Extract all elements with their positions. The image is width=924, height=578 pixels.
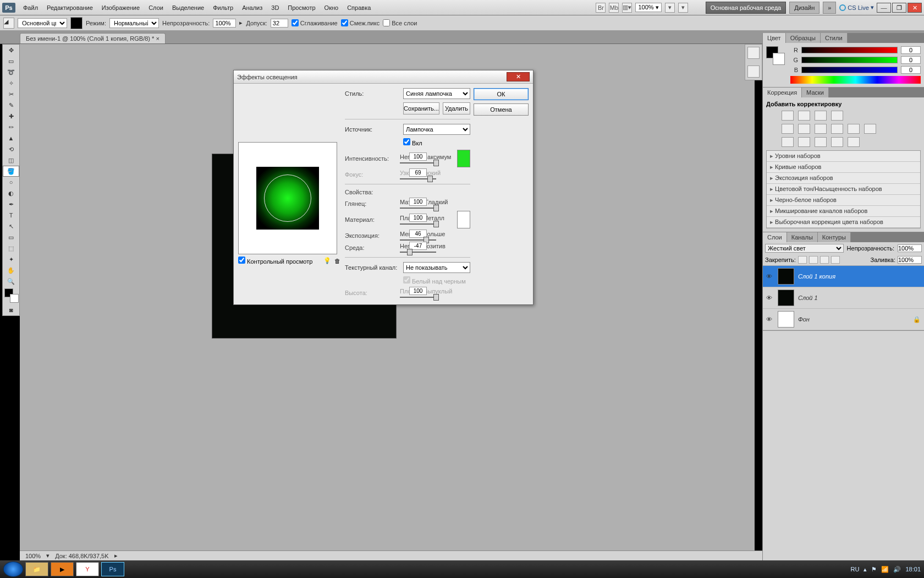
spectrum-bar[interactable] bbox=[790, 76, 921, 84]
blend-mode-select[interactable]: Жесткий свет bbox=[765, 244, 844, 253]
tab-swatches[interactable]: Образцы bbox=[786, 33, 821, 43]
start-button[interactable] bbox=[3, 561, 23, 577]
on-checkbox[interactable] bbox=[403, 138, 410, 145]
tab-paths[interactable]: Контуры bbox=[818, 232, 851, 242]
tab-masks[interactable]: Маски bbox=[802, 88, 829, 97]
workspace-more[interactable]: » bbox=[823, 2, 836, 14]
adj-icon[interactable] bbox=[831, 124, 843, 134]
mini-icon-1[interactable] bbox=[747, 47, 760, 59]
adj-icon[interactable] bbox=[848, 124, 860, 134]
focus-input[interactable] bbox=[409, 168, 427, 177]
g-input[interactable] bbox=[901, 56, 921, 64]
visibility-icon[interactable]: 👁 bbox=[766, 295, 774, 301]
tab-layers[interactable]: Слои bbox=[763, 232, 787, 242]
dialog-close-button[interactable]: ✕ bbox=[507, 72, 530, 81]
shape-tool[interactable]: ▭ bbox=[3, 232, 19, 243]
lasso-tool[interactable]: ➰ bbox=[3, 67, 19, 78]
style-select[interactable]: Синяя лампочка bbox=[403, 88, 470, 99]
preset-item[interactable]: Экспозиция наборов bbox=[767, 173, 920, 184]
foreground-background-colors[interactable] bbox=[4, 288, 19, 303]
delete-light-icon[interactable]: 🗑 bbox=[334, 258, 340, 264]
tray-network-icon[interactable]: 📶 bbox=[881, 566, 889, 573]
tab-correction[interactable]: Коррекция bbox=[763, 88, 802, 97]
bridge-icon[interactable]: Br bbox=[596, 3, 606, 13]
adj-icon[interactable] bbox=[798, 124, 810, 134]
adj-icon[interactable] bbox=[798, 137, 810, 147]
lock-trans-icon[interactable] bbox=[798, 256, 807, 264]
tool-preset-icon[interactable]: ◢ bbox=[3, 18, 14, 29]
menu-select[interactable]: Выделение bbox=[168, 4, 208, 11]
menu-analysis[interactable]: Анализ bbox=[238, 4, 267, 11]
texchan-select[interactable]: Не показывать bbox=[403, 262, 470, 273]
tolerance-input[interactable] bbox=[271, 19, 288, 28]
wand-tool[interactable]: ✧ bbox=[3, 78, 19, 89]
lock-pixels-icon[interactable] bbox=[809, 256, 818, 264]
b-slider[interactable] bbox=[801, 67, 898, 73]
material-slider[interactable] bbox=[400, 223, 436, 225]
visibility-icon[interactable]: 👁 bbox=[766, 273, 774, 280]
tab-channels[interactable]: Каналы bbox=[787, 232, 818, 242]
preview-checkbox[interactable] bbox=[238, 257, 245, 264]
minimize-button[interactable]: — bbox=[877, 3, 891, 13]
bucket-tool[interactable]: 🪣 bbox=[3, 166, 19, 177]
adj-icon[interactable] bbox=[831, 111, 843, 121]
history-brush-tool[interactable]: ⟲ bbox=[3, 144, 19, 155]
color-fgbg[interactable] bbox=[766, 46, 785, 65]
tray-lang[interactable]: RU bbox=[851, 566, 860, 572]
tray-flag-icon[interactable]: ⚑ bbox=[871, 566, 877, 573]
status-zoom[interactable]: 100% bbox=[25, 553, 41, 559]
taskbar-explorer[interactable]: 📁 bbox=[25, 562, 48, 576]
cancel-button[interactable]: Отмена bbox=[474, 103, 529, 116]
adj-icon[interactable] bbox=[864, 124, 876, 134]
preset-item[interactable]: Микширование каналов наборов bbox=[767, 206, 920, 217]
eyedropper-tool[interactable]: ✎ bbox=[3, 100, 19, 111]
adj-icon[interactable] bbox=[782, 111, 794, 121]
healing-tool[interactable]: ✚ bbox=[3, 111, 19, 122]
layer-name[interactable]: Фон bbox=[798, 316, 909, 323]
antialias-checkbox[interactable] bbox=[292, 19, 299, 26]
layer-name[interactable]: Слой 1 bbox=[798, 295, 921, 301]
pen-tool[interactable]: ✒ bbox=[3, 199, 19, 210]
tray-sound-icon[interactable]: 🔊 bbox=[893, 566, 901, 573]
3d-camera-tool[interactable]: ✦ bbox=[3, 254, 19, 265]
height-input[interactable] bbox=[409, 287, 427, 295]
light-color-swatch[interactable] bbox=[457, 150, 470, 167]
preview-area[interactable] bbox=[238, 142, 337, 254]
zoom-combo[interactable]: 100% ▾ bbox=[635, 3, 661, 12]
layer-name[interactable]: Слой 1 копия bbox=[798, 273, 921, 280]
layer-row[interactable]: 👁 Фон 🔒 bbox=[763, 309, 924, 330]
add-light-icon[interactable]: 💡 bbox=[323, 257, 331, 264]
menu-image[interactable]: Изображение bbox=[97, 4, 144, 11]
lock-all-icon[interactable] bbox=[831, 256, 840, 264]
adj-icon[interactable] bbox=[798, 111, 810, 121]
extras-icon[interactable]: ▾ bbox=[678, 3, 688, 13]
intensity-input[interactable] bbox=[409, 152, 427, 161]
maximize-button[interactable]: ❐ bbox=[892, 3, 906, 13]
adj-icon[interactable] bbox=[782, 124, 794, 134]
tray-clock[interactable]: 18:01 bbox=[905, 566, 921, 572]
delete-button[interactable]: Удалить bbox=[443, 102, 470, 114]
cslive-button[interactable]: CS Live ▾ bbox=[839, 4, 874, 11]
taskbar-media[interactable]: ▶ bbox=[51, 562, 74, 576]
menu-edit[interactable]: Редактирование bbox=[42, 4, 97, 11]
intensity-slider[interactable] bbox=[400, 162, 436, 163]
r-slider[interactable] bbox=[801, 47, 898, 53]
contiguous-checkbox[interactable] bbox=[341, 19, 348, 26]
tab-styles[interactable]: Стили bbox=[821, 33, 848, 43]
layer-fill-input[interactable] bbox=[898, 256, 922, 264]
menu-file[interactable]: Файл bbox=[19, 4, 42, 11]
close-button[interactable]: ✕ bbox=[908, 3, 922, 13]
menu-help[interactable]: Справка bbox=[343, 4, 375, 11]
preset-item[interactable]: Уровни наборов bbox=[767, 151, 920, 162]
brush-tool[interactable]: ✏ bbox=[3, 122, 19, 133]
b-input[interactable] bbox=[901, 66, 921, 74]
menu-window[interactable]: Окно bbox=[320, 4, 343, 11]
save-button[interactable]: Сохранить... bbox=[403, 102, 439, 114]
menu-3d[interactable]: 3D bbox=[267, 4, 283, 11]
dodge-tool[interactable]: ◐ bbox=[3, 188, 19, 199]
tab-color[interactable]: Цвет bbox=[763, 33, 786, 43]
workspace-primary[interactable]: Основная рабочая среда bbox=[706, 2, 787, 14]
mode-select[interactable]: Нормальный bbox=[109, 18, 159, 28]
adj-icon[interactable] bbox=[815, 137, 827, 147]
stamp-tool[interactable]: ▲ bbox=[3, 133, 19, 144]
